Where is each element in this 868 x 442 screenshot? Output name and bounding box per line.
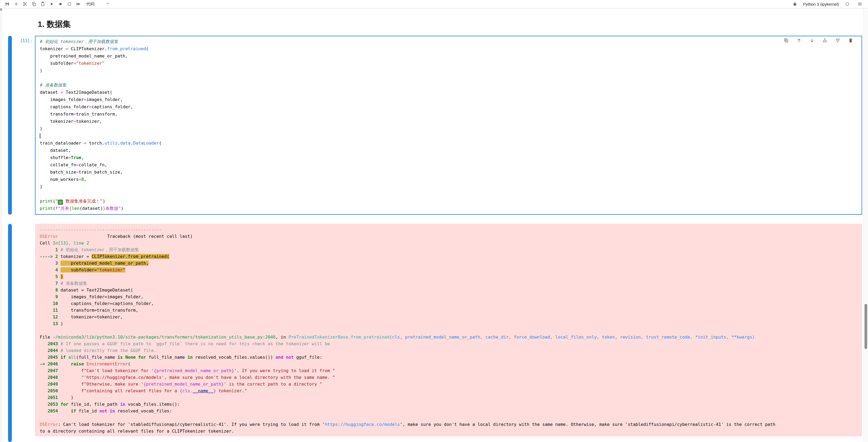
hamburger-icon xyxy=(858,2,862,6)
duplicate-cell-button[interactable] xyxy=(783,38,789,44)
run-icon xyxy=(49,2,54,6)
run-all-icon xyxy=(76,2,81,6)
move-down-icon xyxy=(809,38,814,44)
chevron-down-icon xyxy=(106,1,110,7)
add-cell-button[interactable] xyxy=(12,1,20,7)
notebook-toolbar: 代码 Python 3 (ipykernel) xyxy=(0,0,868,8)
move-cell-up-button[interactable] xyxy=(796,38,802,44)
add-cell-icon xyxy=(14,2,19,6)
scrollbar-thumb[interactable] xyxy=(865,304,867,349)
error-output: ----------------------------------------… xyxy=(35,224,862,436)
run-all-button[interactable] xyxy=(74,1,82,7)
debugger-button[interactable] xyxy=(792,1,799,7)
paste-cell-button[interactable] xyxy=(39,1,46,7)
restart-kernel-button[interactable] xyxy=(66,1,73,7)
interrupt-kernel-button[interactable] xyxy=(57,1,64,7)
insert-below-icon xyxy=(835,38,840,44)
cell-toolbar xyxy=(782,37,855,44)
cell-type-label: 代码 xyxy=(86,2,94,7)
delete-cell-button[interactable] xyxy=(847,38,854,44)
section-heading: 1. 数据集 xyxy=(38,19,71,30)
notebook-menu-button[interactable] xyxy=(856,1,863,7)
delete-cell-icon xyxy=(848,38,853,44)
save-icon xyxy=(5,2,10,6)
copy-cell-button[interactable] xyxy=(30,1,37,7)
copy-cell-icon xyxy=(31,2,36,6)
cell-type-dropdown[interactable]: 代码 xyxy=(86,1,110,7)
paste-cell-icon xyxy=(40,2,45,6)
left-edge-strip-cap xyxy=(0,8,2,11)
cell-execution-prompt: [13]: xyxy=(5,37,32,44)
code-cell[interactable]: # 初始化 tokenizer，用于加载数据集tokenizer = CLIPT… xyxy=(35,36,862,215)
cut-cell-icon xyxy=(23,2,27,6)
code-editor[interactable]: # 初始化 tokenizer，用于加载数据集tokenizer = CLIPT… xyxy=(40,38,859,212)
kernel-status-icon xyxy=(845,2,850,6)
restart-kernel-icon xyxy=(67,2,72,6)
stop-icon xyxy=(58,2,63,6)
insert-cell-below-button[interactable] xyxy=(835,38,841,44)
save-button[interactable] xyxy=(3,1,11,7)
move-cell-down-button[interactable] xyxy=(809,38,815,44)
traceback-text: ----------------------------------------… xyxy=(40,226,860,435)
move-up-icon xyxy=(797,38,802,44)
kernel-name[interactable]: Python 3 (ipykernel) xyxy=(803,2,839,6)
run-cell-button[interactable] xyxy=(48,1,55,7)
scrollbar-track[interactable] xyxy=(863,8,868,442)
cut-cell-button[interactable] xyxy=(21,1,29,7)
left-edge-strip xyxy=(0,8,2,442)
output-collapser[interactable] xyxy=(8,224,12,442)
insert-cell-above-button[interactable] xyxy=(822,38,828,44)
kernel-status-indicator xyxy=(843,1,851,7)
toolbar-right-group: Python 3 (ipykernel) xyxy=(790,1,865,7)
insert-above-icon xyxy=(822,38,827,44)
input-collapser[interactable] xyxy=(8,36,12,215)
duplicate-cell-icon xyxy=(783,38,789,44)
debugger-icon xyxy=(793,2,797,6)
